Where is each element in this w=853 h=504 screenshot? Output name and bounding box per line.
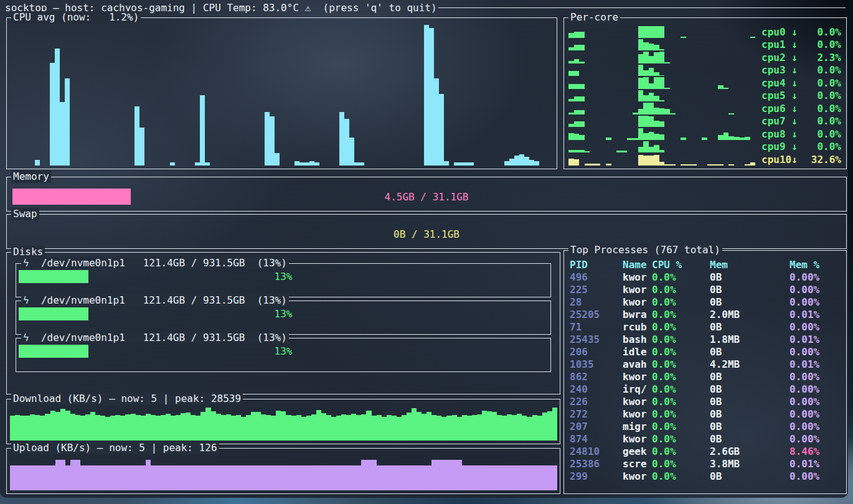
- history-bar: [311, 465, 316, 490]
- process-cell: avah: [623, 358, 652, 370]
- history-bar: [221, 465, 226, 490]
- process-row: 299kwor0.0%0B0.00%: [570, 470, 842, 482]
- per-core-row: cpu4 ↓0.0%: [568, 76, 841, 89]
- history-bar: [472, 465, 477, 490]
- history-bar: [439, 94, 444, 166]
- history-bar: [434, 78, 439, 166]
- history-bar: [638, 78, 644, 88]
- history-bar: [246, 465, 251, 490]
- process-cell: 874: [570, 433, 623, 445]
- history-bar: [643, 141, 649, 152]
- history-bar: [718, 164, 723, 166]
- process-cell: rcub: [623, 321, 652, 333]
- history-bar: [366, 411, 371, 441]
- core-label: cpu0 ↓0.0%: [761, 26, 841, 38]
- process-cell: 8.46%: [789, 446, 842, 457]
- history-bar: [643, 95, 649, 102]
- history-bar: [649, 56, 654, 63]
- history-bar: [171, 416, 176, 441]
- history-bar: [517, 414, 522, 441]
- history-bar: [745, 164, 750, 166]
- core-sparkline: [568, 25, 755, 38]
- core-label: cpu2 ↓2.3%: [761, 52, 841, 63]
- core-name-and-arrow-icon: cpu10↓: [761, 154, 798, 166]
- history-bar: [524, 157, 529, 166]
- history-bar: [532, 415, 537, 441]
- history-bar: [251, 465, 256, 490]
- history-bar: [654, 52, 659, 63]
- history-bar: [356, 415, 361, 441]
- process-column-header: Name: [623, 259, 652, 271]
- process-cell: 226: [570, 396, 623, 408]
- history-bar: [211, 411, 216, 441]
- history-bar: [205, 162, 210, 166]
- history-bar: [590, 164, 595, 166]
- process-cell: 496: [570, 271, 623, 283]
- history-bar: [226, 465, 231, 490]
- cpu-avg-title: CPU avg (now: 1.2%): [11, 11, 141, 24]
- core-sparkline: [568, 89, 755, 102]
- history-bar: [568, 159, 574, 166]
- process-cell: 0.01%: [789, 334, 842, 345]
- process-cell: 0.0%: [652, 284, 710, 296]
- history-bar: [482, 465, 487, 490]
- disk-percent-label: 13%: [16, 270, 550, 283]
- core-name-and-arrow-icon: cpu2 ↓: [761, 52, 798, 63]
- history-bar: [10, 465, 15, 490]
- history-bar: [417, 412, 422, 441]
- history-bar: [331, 465, 336, 490]
- history-bar: [60, 460, 65, 490]
- history-bar: [256, 412, 261, 441]
- history-bar: [654, 145, 659, 152]
- titlebar-rule: [438, 7, 846, 8]
- history-bar: [105, 465, 110, 490]
- history-bar: [643, 116, 649, 127]
- disk-title: ϟ /dev/nvme0n1p1 121.4GB / 931.5GB (13%): [21, 332, 289, 343]
- history-bar: [654, 96, 659, 101]
- process-cell: 0B: [710, 421, 789, 432]
- history-bar: [326, 465, 331, 490]
- download-panel: Download (KB/s) — now: 5 | peak: 28539: [6, 399, 560, 444]
- history-bar: [412, 408, 417, 441]
- process-cell: 0B: [710, 408, 789, 420]
- history-bar: [512, 465, 517, 490]
- history-bar: [417, 465, 422, 490]
- history-bar: [402, 415, 407, 441]
- history-bar: [131, 465, 136, 490]
- history-bar: [281, 411, 286, 441]
- cpu-avg-chart: [10, 25, 554, 166]
- disk-item: ϟ /dev/nvme0n1p1 121.4GB / 931.5GB (13%)…: [16, 301, 551, 335]
- history-bar: [691, 164, 697, 166]
- process-cell: kwor: [623, 396, 652, 408]
- history-bar: [120, 465, 125, 490]
- process-cell: 272: [570, 408, 623, 420]
- history-bar: [467, 465, 472, 490]
- history-bar: [497, 415, 502, 441]
- history-bar: [181, 413, 186, 441]
- history-bar: [196, 465, 200, 490]
- history-bar: [522, 416, 527, 441]
- history-bar: [65, 411, 70, 441]
- history-bar: [579, 135, 585, 140]
- core-label: cpu7 ↓0.0%: [761, 115, 841, 127]
- process-cell: kwor: [623, 433, 652, 445]
- history-bar: [60, 102, 65, 166]
- history-bar: [115, 415, 120, 441]
- process-row: 28kwor0.0%0B0.00%: [570, 296, 842, 308]
- history-bar: [392, 465, 397, 490]
- history-bar: [462, 465, 467, 490]
- history-bar: [643, 133, 649, 140]
- process-row: 25435bash0.0%1.8MB0.01%: [570, 333, 842, 345]
- history-bar: [492, 412, 497, 441]
- history-bar: [90, 412, 95, 441]
- history-bar: [65, 465, 70, 490]
- process-cell: kwor: [623, 284, 652, 296]
- process-cell: 0.0%: [652, 371, 710, 383]
- history-bar: [659, 108, 665, 114]
- history-bar: [85, 465, 90, 490]
- history-bar: [534, 161, 539, 166]
- history-bar: [547, 465, 552, 490]
- disks-panel: Disks ϟ /dev/nvme0n1p1 121.4GB / 931.5GB…: [6, 252, 560, 394]
- history-bar: [477, 414, 482, 441]
- history-bar: [654, 26, 659, 37]
